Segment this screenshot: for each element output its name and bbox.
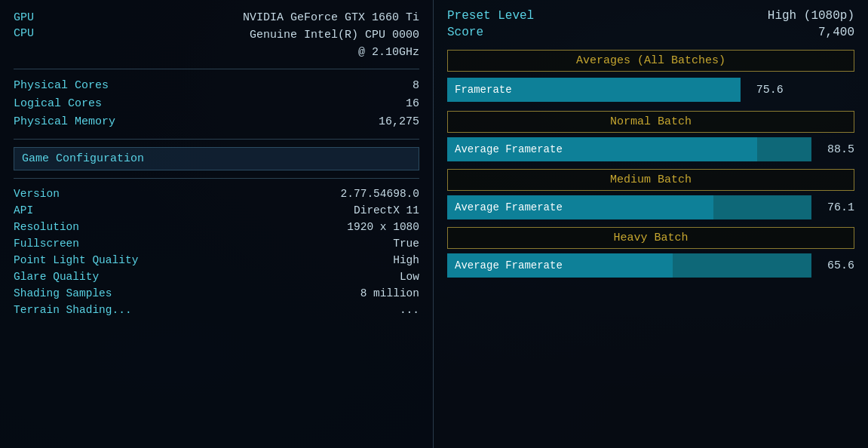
shading-row: Shading Samples 8 million (14, 286, 419, 301)
score-row: Score 7,400 (447, 26, 854, 39)
api-label: API (14, 204, 33, 216)
preset-row: Preset Level High (1080p) (447, 9, 854, 23)
point-light-row: Point Light Quality High (14, 253, 419, 268)
preset-value: High (1080p) (768, 9, 854, 23)
normal-framerate-row: Average Framerate 88.5 (447, 137, 854, 161)
resolution-row: Resolution 1920 x 1080 (14, 219, 419, 235)
normal-framerate-score: 88.5 (820, 143, 854, 156)
cpu-value-line1: Genuine Intel(R) CPU 0000 (250, 27, 419, 44)
version-row: Version 2.77.54698.0 (14, 186, 419, 201)
main-framerate-score: 75.6 (750, 84, 784, 97)
heavy-framerate-score: 65.6 (820, 259, 854, 272)
medium-framerate-row: Average Framerate 76.1 (447, 195, 854, 219)
normal-batch-header: Normal Batch (447, 111, 854, 133)
api-value: DirectX 11 (354, 204, 419, 216)
medium-framerate-score: 76.1 (820, 201, 854, 214)
game-config-header: Game Configuration (14, 147, 419, 170)
glare-value: Low (400, 271, 419, 283)
point-light-value: High (393, 254, 419, 266)
normal-batch-section: Normal Batch Average Framerate 88.5 (447, 111, 854, 161)
heavy-batch-section: Heavy Batch Average Framerate 65.6 (447, 227, 854, 278)
version-value: 2.77.54698.0 (341, 188, 419, 200)
logical-cores-row: Logical Cores 16 (14, 95, 419, 113)
api-row: API DirectX 11 (14, 203, 419, 218)
physical-memory-value: 16,275 (379, 113, 419, 131)
divider-2 (14, 139, 419, 140)
fullscreen-row: Fullscreen True (14, 236, 419, 251)
config-grid: Version 2.77.54698.0 API DirectX 11 Reso… (14, 186, 419, 318)
glare-row: Glare Quality Low (14, 269, 419, 284)
medium-batch-section: Medium Batch Average Framerate 76.1 (447, 169, 854, 219)
cpu-row: CPU Genuine Intel(R) CPU 0000 @ 2.10GHz (14, 27, 419, 61)
physical-cores-value: 8 (413, 77, 419, 95)
physical-memory-label: Physical Memory (14, 113, 115, 131)
fullscreen-label: Fullscreen (14, 238, 79, 250)
gpu-label: GPU (14, 9, 59, 27)
terrain-value: ... (400, 304, 419, 316)
preset-label: Preset Level (447, 9, 534, 23)
version-label: Version (14, 188, 60, 200)
medium-batch-header: Medium Batch (447, 169, 854, 191)
shading-value: 8 million (360, 287, 419, 299)
main-framerate-label: Framerate (455, 84, 512, 96)
fullscreen-value: True (393, 238, 419, 250)
cpu-label: CPU (14, 27, 59, 40)
physical-memory-row: Physical Memory 16,275 (14, 113, 419, 131)
cpu-value-line2: @ 2.10GHz (250, 44, 419, 62)
medium-framerate-label: Average Framerate (455, 201, 563, 213)
heavy-framerate-label: Average Framerate (455, 259, 563, 272)
glare-label: Glare Quality (14, 271, 99, 283)
terrain-row: Terrain Shading... ... (14, 302, 419, 318)
physical-cores-label: Physical Cores (14, 77, 109, 95)
left-panel: GPU NVIDIA GeForce GTX 1660 Ti CPU Genui… (0, 0, 434, 448)
resolution-value: 1920 x 1080 (347, 221, 419, 233)
main-framerate-bar: Framerate (447, 78, 741, 102)
medium-framerate-bar-container: Average Framerate (447, 195, 811, 219)
resolution-label: Resolution (14, 221, 79, 233)
heavy-batch-header: Heavy Batch (447, 227, 854, 249)
normal-framerate-label: Average Framerate (455, 143, 563, 155)
logical-cores-value: 16 (406, 95, 419, 113)
score-value: 7,400 (818, 26, 854, 39)
point-light-label: Point Light Quality (14, 254, 138, 266)
main-framerate-row: Framerate 75.6 (447, 78, 854, 102)
logical-cores-label: Logical Cores (14, 95, 102, 113)
gpu-value: NVIDIA GeForce GTX 1660 Ti (243, 9, 419, 27)
right-panel: Preset Level High (1080p) Score 7,400 Av… (434, 0, 868, 448)
gpu-row: GPU NVIDIA GeForce GTX 1660 Ti (14, 9, 419, 27)
cpu-value: Genuine Intel(R) CPU 0000 @ 2.10GHz (250, 27, 419, 61)
score-label: Score (447, 26, 483, 39)
heavy-framerate-bar-container: Average Framerate (447, 253, 811, 278)
divider-3 (14, 178, 419, 179)
heavy-framerate-row: Average Framerate 65.6 (447, 253, 854, 278)
normal-framerate-bar-container: Average Framerate (447, 137, 811, 161)
divider-1 (14, 69, 419, 69)
averages-header: Averages (All Batches) (447, 50, 854, 72)
shading-label: Shading Samples (14, 287, 112, 299)
physical-cores-row: Physical Cores 8 (14, 77, 419, 95)
terrain-label: Terrain Shading... (14, 304, 132, 316)
